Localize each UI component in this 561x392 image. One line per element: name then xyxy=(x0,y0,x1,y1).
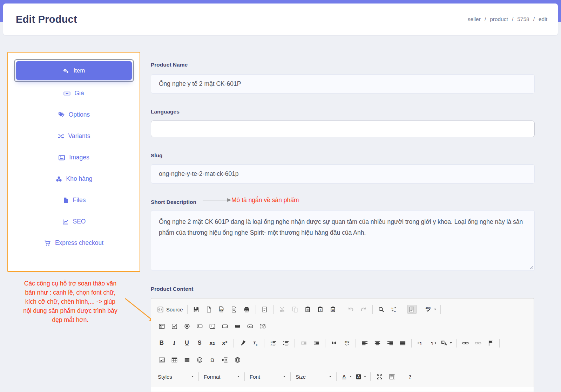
bold-button[interactable]: B xyxy=(157,338,166,348)
export-pdf-button[interactable]: PDF xyxy=(217,305,226,314)
checkbox-icon xyxy=(171,323,178,330)
bulleted-list-button[interactable] xyxy=(281,338,290,348)
templates-button[interactable] xyxy=(260,305,269,314)
textareaw-icon xyxy=(209,323,216,330)
print-button[interactable] xyxy=(242,305,251,314)
text-direction-ltr-button[interactable]: ¶ xyxy=(416,338,425,348)
editor-content-area[interactable] xyxy=(151,387,534,392)
select-field-button[interactable] xyxy=(220,322,229,331)
numlist-icon: 1.2. xyxy=(270,340,277,346)
checkbox-button[interactable] xyxy=(170,322,179,331)
image-button-button[interactable] xyxy=(245,322,255,331)
breadcrumb-item-product[interactable]: product xyxy=(490,16,508,22)
radio-button[interactable] xyxy=(182,322,191,331)
paste-text-button[interactable]: T xyxy=(316,305,325,314)
paste-icon xyxy=(304,306,311,313)
blockquote-button[interactable] xyxy=(330,338,339,348)
templates-icon xyxy=(261,306,268,313)
remove-format-button[interactable]: Tx xyxy=(251,338,260,348)
breadcrumb-item-edit[interactable]: edit xyxy=(539,16,547,22)
insert-image-button[interactable] xyxy=(157,355,166,364)
paragraph-format-button[interactable]: Format xyxy=(202,372,241,381)
spell-check-button[interactable]: ABC xyxy=(425,305,436,314)
superscript-button[interactable]: x² xyxy=(220,338,229,348)
align-right-button[interactable] xyxy=(385,338,394,348)
align-justify-button[interactable] xyxy=(398,338,407,348)
strikethrough-button[interactable]: S xyxy=(195,338,204,348)
horizontal-line-button[interactable] xyxy=(182,355,191,364)
insert-table-button[interactable] xyxy=(170,355,179,364)
background-color-button[interactable]: A xyxy=(355,372,366,381)
cubes-icon xyxy=(55,176,62,183)
hidden-field-button[interactable] xyxy=(258,322,267,331)
smiley-button[interactable] xyxy=(195,355,204,364)
select-all-button[interactable] xyxy=(407,305,417,314)
about-button[interactable]: ? xyxy=(405,372,414,381)
omega-icon: Ω xyxy=(209,357,216,363)
product-name-input[interactable]: Ống nghe y tế 2 mặt CK-601P xyxy=(151,74,535,94)
subscript-button[interactable]: x₂ xyxy=(208,338,217,348)
formw-icon xyxy=(158,323,165,330)
sidebar-item-files[interactable]: Files xyxy=(8,190,140,211)
numbered-list-button[interactable]: 1.2. xyxy=(269,338,278,348)
sidebar-item-seo[interactable]: SEO xyxy=(8,211,140,232)
increase-indent-button[interactable] xyxy=(312,338,321,348)
font-size-button[interactable]: Size xyxy=(294,372,333,381)
align-center-button[interactable] xyxy=(373,338,382,348)
page-break-button[interactable] xyxy=(220,355,229,364)
textarea-widget-button[interactable] xyxy=(208,322,217,331)
iframe-button[interactable] xyxy=(233,355,242,364)
text-direction-rtl-button[interactable]: ¶ xyxy=(428,338,438,348)
sidebar-item-images[interactable]: Images xyxy=(8,147,140,168)
redo-icon xyxy=(360,306,367,313)
sidebar-item-options[interactable]: Options xyxy=(8,104,140,125)
sidebar-item-item[interactable]: Item xyxy=(16,61,132,80)
italic-button[interactable]: I xyxy=(170,338,179,348)
special-character-button[interactable]: Ω xyxy=(208,355,217,364)
breadcrumb-item-5758[interactable]: 5758 xyxy=(517,16,529,22)
sidebar-item-gia[interactable]: Giá xyxy=(8,83,140,104)
link-button[interactable] xyxy=(461,338,470,348)
anchor-button[interactable] xyxy=(486,338,495,348)
form-widget-button[interactable] xyxy=(157,322,166,331)
paste-word-button[interactable]: W xyxy=(329,305,338,314)
find-button[interactable] xyxy=(377,305,386,314)
cut-button xyxy=(278,305,287,314)
sidebar-item-kho-hang[interactable]: Kho hàng xyxy=(8,168,140,190)
save-button[interactable] xyxy=(192,305,201,314)
maximize-button[interactable] xyxy=(375,372,384,381)
styles-button[interactable]: Styles xyxy=(156,372,195,381)
replace-button[interactable]: ba xyxy=(390,305,399,314)
redo-button xyxy=(359,305,368,314)
svg-text:T: T xyxy=(253,341,256,345)
chevron-down-icon xyxy=(237,376,239,377)
chevron-down-icon xyxy=(434,309,436,310)
text-color-button[interactable]: A xyxy=(341,372,352,381)
font-button[interactable]: Font xyxy=(248,372,287,381)
language-button[interactable] xyxy=(441,338,452,348)
source-button[interactable]: Source xyxy=(157,305,183,314)
slug-input[interactable]: ong-nghe-y-te-2-mat-ck-601p xyxy=(151,164,535,184)
resize-handle-icon[interactable] xyxy=(529,265,533,269)
toolbar-row: BIUSx₂x²Tx1.2.DIV</>¶¶ xyxy=(155,335,534,351)
underline-button[interactable]: U xyxy=(182,338,191,348)
sidebar-item-variants[interactable]: Variants xyxy=(8,125,140,147)
align-left-button[interactable] xyxy=(360,338,369,348)
short-description-textarea[interactable]: Ống nghe 2 mặt CK 601P đang là loại ống … xyxy=(151,210,535,271)
copy-formatting-button[interactable] xyxy=(238,338,247,348)
button-widget-button[interactable] xyxy=(233,322,242,331)
imagebutton-icon xyxy=(247,323,254,330)
aligncenter-icon xyxy=(374,340,381,346)
pagebreak-icon xyxy=(222,357,228,363)
cartplus-icon xyxy=(44,240,51,247)
preview-button[interactable] xyxy=(230,305,239,314)
sidebar-item-label: Options xyxy=(69,111,90,118)
show-blocks-button[interactable] xyxy=(387,372,397,381)
languages-input[interactable] xyxy=(151,121,535,137)
new-page-button[interactable] xyxy=(204,305,214,314)
div-container-button[interactable]: DIV</> xyxy=(342,338,351,348)
sidebar-item-express-checkout[interactable]: Express checkout xyxy=(8,232,140,254)
text-field-button[interactable] xyxy=(195,322,204,331)
paste-button[interactable] xyxy=(303,305,312,314)
breadcrumb-item-seller[interactable]: seller xyxy=(468,16,481,22)
